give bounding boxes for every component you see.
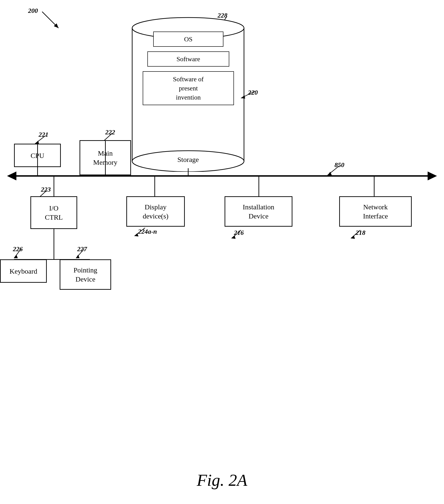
installation-device-box: Installation Device [225, 196, 292, 227]
keyboard-vline [23, 259, 24, 260]
ref-226-arrow [7, 245, 26, 261]
software-box: Software [147, 51, 229, 67]
storage-vline [188, 168, 189, 176]
os-label: OS [184, 36, 193, 43]
figure-caption: Fig. 2A [0, 470, 444, 490]
os-box: OS [153, 32, 223, 47]
bus-arrow-left [7, 172, 16, 180]
svg-marker-29 [351, 235, 355, 239]
pointing-device-label: Pointing Device [74, 265, 97, 284]
installation-device-label: Installation Device [243, 202, 274, 221]
display-device-box: Display device(s) [126, 196, 185, 227]
ref-220-arrow [232, 84, 260, 103]
keyboard-box: Keyboard [0, 259, 47, 283]
installation-vline-up [258, 176, 259, 197]
ref-200-arrow [28, 7, 70, 35]
io-ctrl-box: I/O CTRL [30, 196, 77, 229]
svg-text:Storage: Storage [177, 156, 199, 163]
bus-line [12, 175, 430, 177]
bus-arrow-right [428, 172, 437, 180]
software-label: Software [176, 55, 200, 63]
network-vline-up [374, 176, 374, 197]
display-vline-up [154, 176, 155, 197]
diagram: 200 228 Storage OS Software Software of … [0, 0, 444, 397]
pointing-device-box: Pointing Device [60, 259, 111, 290]
cpu-vline [37, 144, 38, 176]
network-interface-label: Network Interface [363, 202, 388, 221]
keyboard-label: Keyboard [10, 267, 37, 276]
ref-224-arrow [126, 224, 150, 238]
svg-marker-11 [241, 95, 245, 99]
figure-title: Fig. 2A [197, 471, 247, 489]
ref-227-arrow [68, 245, 89, 261]
main-memory-vline [105, 140, 106, 176]
ref-850-arrow [316, 161, 344, 180]
network-interface-box: Network Interface [339, 196, 412, 227]
ref-216-arrow [225, 227, 246, 241]
svg-marker-27 [232, 235, 235, 239]
ref-218-arrow [344, 227, 365, 241]
io-ctrl-label: I/O CTRL [45, 203, 63, 222]
software-invention-label: Software of present invention [173, 74, 204, 102]
software-invention-box: Software of present invention [143, 71, 234, 105]
io-ctrl-vline-up [54, 176, 54, 197]
io-ctrl-vline-down [54, 229, 54, 259]
display-device-label: Display device(s) [143, 202, 168, 221]
